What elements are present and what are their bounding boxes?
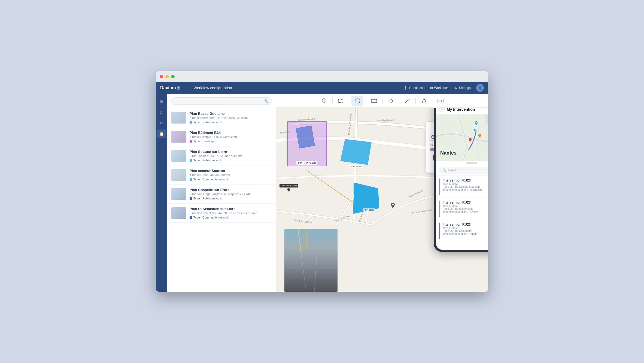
plan-type-5: Type : Public network — [190, 197, 272, 200]
type-dot-4 — [190, 178, 192, 181]
plan-thumbnail-4 — [171, 169, 186, 181]
search-input[interactable] — [175, 99, 263, 103]
phone-item-info-3: Intervention RU23 May 4, 2022 Paris 08 -… — [443, 223, 488, 235]
plan-thumbnail-1 — [171, 112, 186, 124]
diamond-tool-btn[interactable] — [385, 96, 397, 106]
phone-search-box[interactable]: 🔍 Search — [439, 167, 488, 174]
workflows-icon: ⊞ — [430, 86, 433, 90]
line-tool-btn[interactable] — [401, 96, 413, 106]
building-photo — [284, 229, 338, 292]
avatar-icon: 👤 — [478, 86, 482, 90]
phone-frame: ✕ My Intervention ⋮ — [434, 108, 488, 252]
accent-3 — [439, 223, 440, 239]
toolbar-divider-1 — [332, 98, 333, 104]
type-label-3: Type : Public network — [193, 159, 222, 162]
plan-item-5[interactable]: Plan Chapelle sur Erdre 2 rue Van Gogh •… — [167, 184, 276, 204]
phone-title: My Intervention — [447, 108, 488, 112]
map-toolbar: ⓘ — [276, 94, 488, 108]
intervention-title-2: Intervention RU23 — [443, 201, 488, 204]
intervention-type-3: Type of intervention : Repair — [443, 232, 488, 235]
plan-item-4[interactable]: Plan secteur Sautron 1 rue du Pont • 442… — [167, 165, 276, 184]
avatar[interactable]: 👤 — [476, 84, 484, 92]
type-label-4: Type : Community network — [193, 178, 229, 181]
map-tool-btn[interactable] — [335, 96, 347, 106]
intervention-date-1: May 4, 2022 — [443, 182, 488, 185]
svg-line-21 — [314, 251, 317, 292]
plan-thumbnail-5 — [171, 188, 186, 200]
plan-name-6: Plan St Sébastien sur Loire — [190, 207, 272, 211]
location-marker-2 — [391, 202, 395, 210]
phone-search-icon: 🔍 — [442, 168, 446, 172]
plan-info-3: Plan St Luce sur Loire 3 rue Thomas • 44… — [190, 150, 272, 162]
phone-list: Intervention RU23 May 4, 2022 Paris 08 -… — [436, 176, 488, 250]
phone-list-item-3[interactable]: Intervention RU23 May 4, 2022 Paris 08 -… — [436, 220, 488, 242]
maximize-button[interactable] — [171, 75, 175, 78]
sidebar-item-history[interactable]: ↺ — [157, 119, 166, 127]
svg-point-17 — [392, 204, 394, 205]
plan-item-1[interactable]: Plan Basse Goulaine 3 rue du belvédère •… — [167, 108, 276, 127]
nav-conditions[interactable]: ❕ Conditions — [404, 86, 425, 90]
plan-item-2[interactable]: Plan Bâtiment B34 7 rue du Temple • 4456… — [167, 127, 276, 146]
svg-point-28 — [476, 122, 477, 124]
plan-thumbnail-3 — [171, 150, 186, 162]
sidebar-item-layers[interactable]: ▤ — [157, 108, 166, 116]
plan-type-1: Type : Public network — [190, 121, 272, 124]
type-label-5: Type : Public network — [193, 197, 222, 200]
select-tool-btn[interactable] — [351, 96, 363, 106]
plan-thumbnail-2 — [171, 131, 186, 143]
plan-info-6: Plan St Sébastien sur Loire 3 rue des Te… — [190, 207, 272, 219]
type-dot-5 — [190, 197, 192, 200]
nav-settings[interactable]: ⚙ Settings — [455, 86, 471, 90]
phone-map-pin-red — [469, 138, 472, 143]
plan-name-1: Plan Basse Goulaine — [190, 112, 272, 116]
map-area[interactable]: Rue Gust... Rue Beethoven Rue Beethoven … — [276, 108, 488, 292]
app-body: ⊞ ▤ ↺ 📋 🔍 Plan Basse Goula — [156, 94, 488, 292]
phone-list-item-1[interactable]: Intervention RU23 May 4, 2022 Paris 08 -… — [436, 176, 488, 198]
phone-close-button[interactable]: ✕ — [439, 108, 445, 112]
left-panel: 🔍 Plan Basse Goulaine 3 rue du belvédère… — [167, 94, 276, 292]
phone-header: ✕ My Intervention ⋮ — [436, 108, 488, 115]
info-tool-btn[interactable]: ⓘ — [318, 96, 330, 106]
phone-city-label: Nantes — [440, 150, 457, 156]
plan-address-3: 3 rue Thomas • 44756 St Luce sur Loire — [190, 154, 272, 158]
type-dot-1 — [190, 121, 192, 124]
toolbar-divider-2 — [349, 98, 349, 104]
plan-item-3[interactable]: Plan St Luce sur Loire 3 rue Thomas • 44… — [167, 146, 276, 165]
text-tool-btn[interactable] — [435, 96, 446, 106]
minimize-button[interactable] — [165, 75, 169, 78]
intervention-location-3: Paris 08 - Bd Schumann — [443, 229, 488, 232]
sidebar-item-plans[interactable]: 📋 — [157, 130, 166, 138]
search-input-wrap[interactable]: 🔍 — [171, 97, 272, 105]
polygon-tool-btn[interactable] — [418, 96, 430, 106]
nav-workflows[interactable]: ⊞ Workflows — [430, 86, 449, 90]
close-button[interactable] — [160, 75, 163, 78]
intervention-location-1: Paris 08 - Bd Nicolas Sparsfeld — [443, 185, 488, 188]
intervention-type-1: Type of intervention : Installation — [443, 188, 488, 191]
sidebar-item-grid[interactable]: ⊞ — [157, 97, 166, 106]
phone-item-info-2: Intervention RU23 May 4, 2022 Paris 08 -… — [443, 201, 488, 213]
toolbar-divider-5 — [399, 98, 399, 104]
logo-text: Daxium — [160, 85, 176, 90]
svg-rect-3 — [438, 99, 443, 103]
plan-type-6: Type : Community network — [190, 216, 272, 219]
fop-label-2: FOP 113N — [363, 208, 375, 211]
rectangle-tool-btn[interactable] — [368, 96, 380, 106]
main-content: ⓘ — [276, 94, 488, 292]
phone-search: 🔍 Search — [436, 165, 488, 176]
toolbar-divider-6 — [415, 98, 416, 104]
intervention-type-2: Type of intervention : Review — [443, 210, 488, 213]
location-marker-1: Gien Anne-Marie — [280, 184, 298, 191]
phone-map-pin-blue-small — [473, 129, 476, 131]
settings-icon: ⚙ — [455, 86, 458, 90]
page-title: Workflow configuration — [193, 86, 232, 90]
toolbar-divider-4 — [382, 98, 382, 104]
plan-item-6[interactable]: Plan St Sébastien sur Loire 3 rue des Te… — [167, 204, 276, 223]
plan-type-3: Type : Public network — [190, 159, 272, 162]
phone-list-item-2[interactable]: Intervention RU23 May 4, 2022 Paris 08 -… — [436, 198, 488, 220]
logo: Daxium ⁴ — [160, 85, 180, 90]
inner-shape — [296, 126, 315, 149]
search-bar: 🔍 — [167, 94, 276, 108]
type-dot-6 — [190, 216, 192, 219]
plan-address-2: 7 rue du Temple • 44568 Carquefou — [190, 135, 272, 139]
phone-search-placeholder: Search — [448, 168, 458, 172]
